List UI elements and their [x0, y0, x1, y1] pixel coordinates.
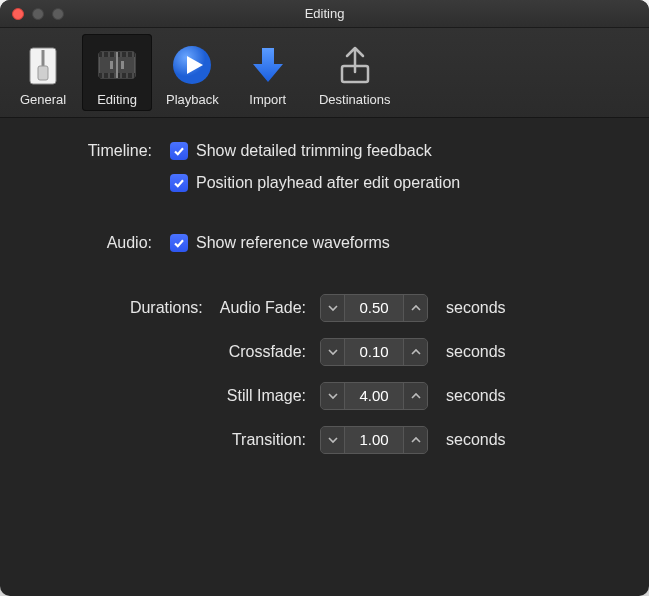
crossfade-label: Crossfade:	[30, 343, 320, 361]
crossfade-decrement[interactable]	[321, 339, 345, 365]
audio-fade-label: Audio Fade:	[220, 299, 306, 316]
still-image-label: Still Image:	[30, 387, 320, 405]
chevron-up-icon	[411, 303, 421, 313]
toolbar-tab-editing[interactable]: Editing	[82, 34, 152, 111]
transition-label: Transition:	[30, 431, 320, 449]
audio-fade-decrement[interactable]	[321, 295, 345, 321]
chevron-up-icon	[411, 391, 421, 401]
audio-fade-increment[interactable]	[403, 295, 427, 321]
toolbar-tab-general[interactable]: General	[8, 34, 78, 111]
chevron-up-icon	[411, 347, 421, 357]
timeline-row-1: Timeline: Show detailed trimming feedbac…	[30, 142, 619, 160]
checkbox-show-trimming[interactable]	[170, 142, 188, 160]
still-image-stepper[interactable]: 4.00	[320, 382, 428, 410]
editing-icon	[94, 42, 140, 88]
chevron-down-icon	[328, 347, 338, 357]
audio-row: Audio: Show reference waveforms	[30, 234, 619, 252]
import-icon	[245, 42, 291, 88]
destinations-icon	[332, 42, 378, 88]
label-show-waveforms: Show reference waveforms	[196, 234, 390, 252]
audio-fade-value[interactable]: 0.50	[345, 295, 403, 321]
duration-still-image: Still Image: 4.00 seconds	[30, 382, 619, 410]
crossfade-increment[interactable]	[403, 339, 427, 365]
timeline-row-2: Position playhead after edit operation	[30, 174, 619, 192]
chevron-up-icon	[411, 435, 421, 445]
timeline-label: Timeline:	[30, 142, 170, 160]
toolbar-label-import: Import	[249, 92, 286, 107]
still-image-decrement[interactable]	[321, 383, 345, 409]
transition-decrement[interactable]	[321, 427, 345, 453]
crossfade-value[interactable]: 0.10	[345, 339, 403, 365]
audio-fade-stepper[interactable]: 0.50	[320, 294, 428, 322]
chevron-down-icon	[328, 435, 338, 445]
duration-transition: Transition: 1.00 seconds	[30, 426, 619, 454]
toolbar-label-general: General	[20, 92, 66, 107]
window-title: Editing	[0, 6, 649, 21]
audio-label: Audio:	[30, 234, 170, 252]
playback-icon	[169, 42, 215, 88]
preferences-toolbar: General Editing	[0, 28, 649, 118]
checkbox-position-playhead[interactable]	[170, 174, 188, 192]
checkmark-icon	[173, 145, 185, 157]
still-image-increment[interactable]	[403, 383, 427, 409]
unit-seconds: seconds	[446, 387, 506, 405]
duration-audio-fade: Durations: Audio Fade: 0.50 seconds	[30, 294, 619, 322]
svg-rect-1	[42, 50, 45, 68]
chevron-down-icon	[328, 391, 338, 401]
general-icon	[20, 42, 66, 88]
label-show-trimming: Show detailed trimming feedback	[196, 142, 432, 160]
toolbar-tab-destinations[interactable]: Destinations	[307, 34, 403, 111]
chevron-down-icon	[328, 303, 338, 313]
label-position-playhead: Position playhead after edit operation	[196, 174, 460, 192]
unit-seconds: seconds	[446, 343, 506, 361]
duration-crossfade: Crossfade: 0.10 seconds	[30, 338, 619, 366]
titlebar: Editing	[0, 0, 649, 28]
toolbar-tab-import[interactable]: Import	[233, 34, 303, 111]
durations-label: Durations:	[130, 299, 203, 316]
checkmark-icon	[173, 177, 185, 189]
toolbar-label-destinations: Destinations	[319, 92, 391, 107]
toolbar-label-editing: Editing	[97, 92, 137, 107]
transition-value[interactable]: 1.00	[345, 427, 403, 453]
transition-increment[interactable]	[403, 427, 427, 453]
unit-seconds: seconds	[446, 431, 506, 449]
checkmark-icon	[173, 237, 185, 249]
toolbar-tab-playback[interactable]: Playback	[156, 34, 229, 111]
transition-stepper[interactable]: 1.00	[320, 426, 428, 454]
editing-pane: Timeline: Show detailed trimming feedbac…	[0, 118, 649, 454]
crossfade-stepper[interactable]: 0.10	[320, 338, 428, 366]
checkbox-show-waveforms[interactable]	[170, 234, 188, 252]
still-image-value[interactable]: 4.00	[345, 383, 403, 409]
toolbar-label-playback: Playback	[166, 92, 219, 107]
svg-rect-2	[38, 66, 48, 80]
preferences-window: Editing General	[0, 0, 649, 596]
unit-seconds: seconds	[446, 299, 506, 317]
